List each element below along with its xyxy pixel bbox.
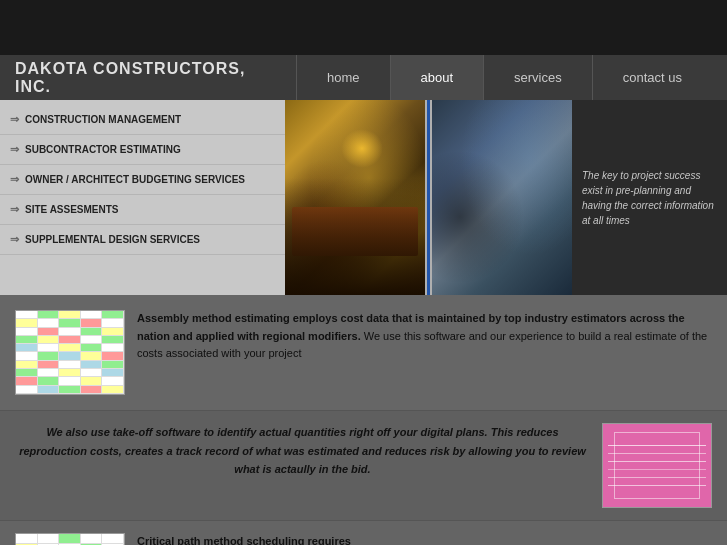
bar-counter [292,207,418,256]
arrow-icon: ⇒ [10,143,19,156]
nav-contact[interactable]: contact us [592,55,712,100]
blue-separator [427,100,430,295]
arrow-icon: ⇒ [10,113,19,126]
sidebar-item-budgeting[interactable]: ⇒ OWNER / ARCHITECT BUDGETING SERVICES [0,165,285,195]
spreadsheet-thumbnail-1 [15,310,125,395]
nav-about[interactable]: about [390,55,484,100]
ceiling-light [341,129,383,168]
sidebar-item-site-assesments[interactable]: ⇒ SITE ASSESMENTS [0,195,285,225]
main-content-area: ⇒ CONSTRUCTION MANAGEMENT ⇒ SUBCONTRACTO… [0,100,727,295]
main-nav: home about services contact us [255,55,712,100]
restaurant-interior [285,100,425,295]
takeoff-section: We also use take-off software to identif… [0,411,727,521]
blueprint-thumbnail [602,423,712,508]
sidebar-item-subcontractor-estimating[interactable]: ⇒ SUBCONTRACTOR ESTIMATING [0,135,285,165]
nav-services[interactable]: services [483,55,592,100]
right-info-text: The key to project success exist in pre-… [582,168,717,228]
center-images [285,100,572,295]
top-bar [0,0,727,55]
right-info-panel: The key to project success exist in pre-… [572,100,727,295]
spreadsheet-thumbnail-2 [15,533,125,545]
restaurant-image-right [432,100,572,295]
nav-home[interactable]: home [296,55,390,100]
arrow-icon: ⇒ [10,233,19,246]
content-sections: Assembly method estimating employs cost … [0,295,727,545]
restaurant-image-left [285,100,425,295]
arrow-icon: ⇒ [10,203,19,216]
logo: DAKOTA CONSTRUCTORS, INC. [15,60,255,96]
critical-section: Critical path method scheduling requires [0,521,727,545]
sidebar-item-design-services[interactable]: ⇒ SUPPLEMENTAL DESIGN SERVICES [0,225,285,255]
assembly-section: Assembly method estimating employs cost … [0,295,727,411]
sidebar-item-construction-management[interactable]: ⇒ CONSTRUCTION MANAGEMENT [0,105,285,135]
critical-text: Critical path method scheduling requires [137,533,712,545]
takeoff-text: We also use take-off software to identif… [15,423,590,508]
header: DAKOTA CONSTRUCTORS, INC. home about ser… [0,55,727,100]
sidebar: ⇒ CONSTRUCTION MANAGEMENT ⇒ SUBCONTRACTO… [0,100,285,295]
assembly-text: Assembly method estimating employs cost … [137,310,712,363]
arrow-icon: ⇒ [10,173,19,186]
